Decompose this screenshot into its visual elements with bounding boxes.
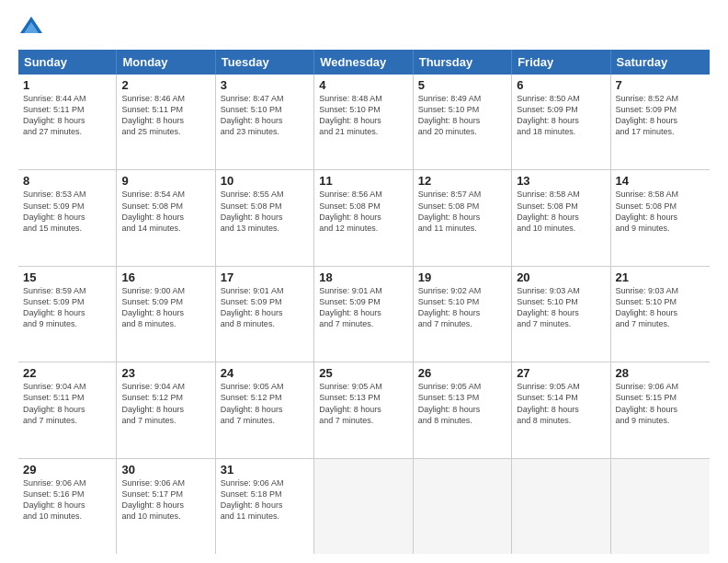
day-info: Sunrise: 9:02 AM Sunset: 5:10 PM Dayligh… bbox=[418, 285, 506, 330]
day-cell-23: 23Sunrise: 9:04 AM Sunset: 5:12 PM Dayli… bbox=[117, 362, 215, 457]
day-cell-27: 27Sunrise: 9:05 AM Sunset: 5:14 PM Dayli… bbox=[512, 362, 610, 457]
day-number: 6 bbox=[517, 78, 605, 92]
day-cell-15: 15Sunrise: 8:59 AM Sunset: 5:09 PM Dayli… bbox=[18, 267, 117, 362]
header-day-sunday: Sunday bbox=[18, 50, 117, 75]
day-number: 1 bbox=[23, 78, 111, 92]
day-info: Sunrise: 9:06 AM Sunset: 5:15 PM Dayligh… bbox=[616, 381, 705, 426]
day-info: Sunrise: 9:05 AM Sunset: 5:13 PM Dayligh… bbox=[418, 381, 506, 426]
header-day-saturday: Saturday bbox=[611, 50, 710, 75]
day-info: Sunrise: 9:06 AM Sunset: 5:18 PM Dayligh… bbox=[221, 477, 309, 523]
day-cell-9: 9Sunrise: 8:54 AM Sunset: 5:08 PM Daylig… bbox=[117, 170, 215, 265]
calendar-week-5: 29Sunrise: 9:06 AM Sunset: 5:16 PM Dayli… bbox=[18, 459, 710, 554]
day-cell-6: 6Sunrise: 8:50 AM Sunset: 5:09 PM Daylig… bbox=[512, 75, 610, 169]
day-cell-7: 7Sunrise: 8:52 AM Sunset: 5:09 PM Daylig… bbox=[611, 75, 710, 169]
day-number: 2 bbox=[121, 78, 210, 92]
day-info: Sunrise: 8:50 AM Sunset: 5:09 PM Dayligh… bbox=[517, 93, 605, 138]
day-cell-17: 17Sunrise: 9:01 AM Sunset: 5:09 PM Dayli… bbox=[216, 267, 314, 362]
day-cell-1: 1Sunrise: 8:44 AM Sunset: 5:11 PM Daylig… bbox=[18, 75, 117, 169]
header-day-tuesday: Tuesday bbox=[216, 50, 314, 75]
empty-cell bbox=[512, 459, 610, 554]
day-info: Sunrise: 9:04 AM Sunset: 5:12 PM Dayligh… bbox=[121, 381, 210, 426]
header-day-monday: Monday bbox=[117, 50, 215, 75]
day-number: 31 bbox=[221, 463, 309, 477]
empty-cell bbox=[611, 459, 710, 554]
day-cell-18: 18Sunrise: 9:01 AM Sunset: 5:09 PM Dayli… bbox=[314, 267, 413, 362]
day-number: 19 bbox=[418, 270, 506, 284]
day-cell-10: 10Sunrise: 8:55 AM Sunset: 5:08 PM Dayli… bbox=[216, 170, 314, 265]
day-cell-22: 22Sunrise: 9:04 AM Sunset: 5:11 PM Dayli… bbox=[18, 362, 117, 457]
day-cell-8: 8Sunrise: 8:53 AM Sunset: 5:09 PM Daylig… bbox=[18, 170, 117, 265]
empty-cell bbox=[314, 459, 413, 554]
calendar: SundayMondayTuesdayWednesdayThursdayFrid… bbox=[18, 50, 710, 554]
header bbox=[18, 15, 710, 40]
calendar-week-1: 1Sunrise: 8:44 AM Sunset: 5:11 PM Daylig… bbox=[18, 75, 710, 170]
empty-cell bbox=[414, 459, 512, 554]
day-cell-25: 25Sunrise: 9:05 AM Sunset: 5:13 PM Dayli… bbox=[314, 362, 413, 457]
day-number: 18 bbox=[319, 270, 407, 284]
day-info: Sunrise: 8:55 AM Sunset: 5:08 PM Dayligh… bbox=[221, 189, 309, 234]
calendar-header: SundayMondayTuesdayWednesdayThursdayFrid… bbox=[18, 50, 710, 75]
day-number: 21 bbox=[616, 270, 705, 284]
day-number: 23 bbox=[121, 366, 210, 380]
day-cell-26: 26Sunrise: 9:05 AM Sunset: 5:13 PM Dayli… bbox=[414, 362, 512, 457]
day-number: 27 bbox=[517, 366, 605, 380]
day-number: 30 bbox=[121, 463, 210, 477]
day-info: Sunrise: 8:57 AM Sunset: 5:08 PM Dayligh… bbox=[418, 189, 506, 234]
day-cell-19: 19Sunrise: 9:02 AM Sunset: 5:10 PM Dayli… bbox=[414, 267, 512, 362]
logo bbox=[18, 15, 48, 40]
day-info: Sunrise: 8:47 AM Sunset: 5:10 PM Dayligh… bbox=[221, 93, 309, 138]
day-cell-2: 2Sunrise: 8:46 AM Sunset: 5:11 PM Daylig… bbox=[117, 75, 215, 169]
day-info: Sunrise: 9:05 AM Sunset: 5:12 PM Dayligh… bbox=[221, 381, 309, 426]
header-day-wednesday: Wednesday bbox=[314, 50, 413, 75]
day-info: Sunrise: 8:56 AM Sunset: 5:08 PM Dayligh… bbox=[319, 189, 407, 234]
day-info: Sunrise: 8:54 AM Sunset: 5:08 PM Dayligh… bbox=[121, 189, 210, 234]
day-number: 26 bbox=[418, 366, 506, 380]
day-number: 11 bbox=[319, 174, 407, 188]
calendar-week-4: 22Sunrise: 9:04 AM Sunset: 5:11 PM Dayli… bbox=[18, 362, 710, 458]
day-cell-24: 24Sunrise: 9:05 AM Sunset: 5:12 PM Dayli… bbox=[216, 362, 314, 457]
day-cell-12: 12Sunrise: 8:57 AM Sunset: 5:08 PM Dayli… bbox=[414, 170, 512, 265]
day-number: 8 bbox=[23, 174, 111, 188]
day-info: Sunrise: 9:05 AM Sunset: 5:13 PM Dayligh… bbox=[319, 381, 407, 426]
day-cell-14: 14Sunrise: 8:58 AM Sunset: 5:08 PM Dayli… bbox=[611, 170, 710, 265]
day-cell-21: 21Sunrise: 9:03 AM Sunset: 5:10 PM Dayli… bbox=[611, 267, 710, 362]
day-info: Sunrise: 8:44 AM Sunset: 5:11 PM Dayligh… bbox=[23, 93, 111, 138]
day-info: Sunrise: 8:48 AM Sunset: 5:10 PM Dayligh… bbox=[319, 93, 407, 138]
day-cell-3: 3Sunrise: 8:47 AM Sunset: 5:10 PM Daylig… bbox=[216, 75, 314, 169]
day-number: 24 bbox=[221, 366, 309, 380]
day-info: Sunrise: 9:04 AM Sunset: 5:11 PM Dayligh… bbox=[23, 381, 111, 426]
day-info: Sunrise: 8:49 AM Sunset: 5:10 PM Dayligh… bbox=[418, 93, 506, 138]
day-number: 4 bbox=[319, 78, 407, 92]
day-info: Sunrise: 8:58 AM Sunset: 5:08 PM Dayligh… bbox=[517, 189, 605, 234]
day-info: Sunrise: 8:46 AM Sunset: 5:11 PM Dayligh… bbox=[121, 93, 210, 138]
day-number: 17 bbox=[221, 270, 309, 284]
day-number: 12 bbox=[418, 174, 506, 188]
day-info: Sunrise: 8:58 AM Sunset: 5:08 PM Dayligh… bbox=[616, 189, 705, 234]
day-number: 15 bbox=[23, 270, 111, 284]
day-number: 5 bbox=[418, 78, 506, 92]
day-number: 13 bbox=[517, 174, 605, 188]
day-cell-31: 31Sunrise: 9:06 AM Sunset: 5:18 PM Dayli… bbox=[216, 459, 314, 554]
day-info: Sunrise: 9:03 AM Sunset: 5:10 PM Dayligh… bbox=[517, 285, 605, 330]
day-info: Sunrise: 8:59 AM Sunset: 5:09 PM Dayligh… bbox=[23, 285, 111, 330]
day-info: Sunrise: 9:06 AM Sunset: 5:16 PM Dayligh… bbox=[23, 477, 111, 523]
day-cell-30: 30Sunrise: 9:06 AM Sunset: 5:17 PM Dayli… bbox=[117, 459, 215, 554]
calendar-body: 1Sunrise: 8:44 AM Sunset: 5:11 PM Daylig… bbox=[18, 75, 710, 554]
day-info: Sunrise: 9:01 AM Sunset: 5:09 PM Dayligh… bbox=[319, 285, 407, 330]
day-number: 29 bbox=[23, 463, 111, 477]
day-cell-28: 28Sunrise: 9:06 AM Sunset: 5:15 PM Dayli… bbox=[611, 362, 710, 457]
day-info: Sunrise: 9:05 AM Sunset: 5:14 PM Dayligh… bbox=[517, 381, 605, 426]
day-info: Sunrise: 8:52 AM Sunset: 5:09 PM Dayligh… bbox=[616, 93, 705, 138]
day-number: 3 bbox=[221, 78, 309, 92]
day-number: 9 bbox=[121, 174, 210, 188]
day-cell-20: 20Sunrise: 9:03 AM Sunset: 5:10 PM Dayli… bbox=[512, 267, 610, 362]
day-cell-4: 4Sunrise: 8:48 AM Sunset: 5:10 PM Daylig… bbox=[314, 75, 413, 169]
day-number: 22 bbox=[23, 366, 111, 380]
day-cell-16: 16Sunrise: 9:00 AM Sunset: 5:09 PM Dayli… bbox=[117, 267, 215, 362]
logo-icon bbox=[18, 15, 44, 40]
calendar-week-2: 8Sunrise: 8:53 AM Sunset: 5:09 PM Daylig… bbox=[18, 170, 710, 266]
day-number: 10 bbox=[221, 174, 309, 188]
day-cell-5: 5Sunrise: 8:49 AM Sunset: 5:10 PM Daylig… bbox=[414, 75, 512, 169]
page: SundayMondayTuesdayWednesdayThursdayFrid… bbox=[0, 0, 728, 563]
day-info: Sunrise: 9:00 AM Sunset: 5:09 PM Dayligh… bbox=[121, 285, 210, 330]
